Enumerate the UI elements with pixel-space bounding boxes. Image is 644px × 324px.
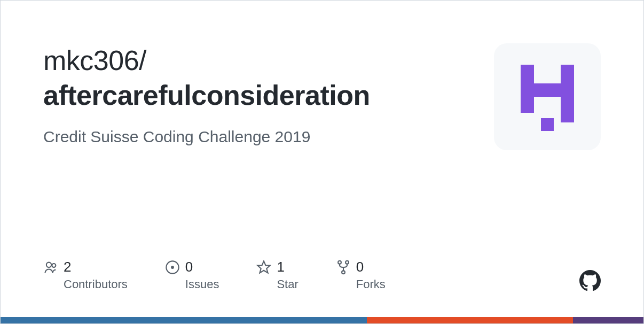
- language-segment-1: [1, 317, 367, 323]
- contributors-count: 2: [64, 259, 71, 275]
- repo-name[interactable]: aftercarefulconsideration: [43, 78, 473, 113]
- svg-rect-0: [521, 65, 534, 113]
- forks-label: Forks: [356, 277, 386, 291]
- repo-separator: /: [139, 45, 146, 76]
- contributors-icon: [43, 260, 58, 275]
- svg-point-12: [342, 271, 345, 274]
- svg-marker-9: [258, 261, 270, 273]
- issues-count: 0: [185, 259, 193, 275]
- star-icon: [256, 260, 271, 275]
- stat-issues[interactable]: 0 Issues: [165, 259, 219, 291]
- svg-rect-4: [541, 118, 554, 131]
- svg-point-5: [46, 262, 51, 267]
- stat-star[interactable]: 1 Star: [256, 259, 298, 291]
- svg-point-8: [171, 266, 174, 269]
- svg-point-6: [52, 264, 56, 267]
- github-logo-icon[interactable]: [579, 270, 601, 291]
- repo-title: mkc306/ aftercarefulconsideration: [43, 43, 473, 113]
- svg-rect-2: [534, 83, 561, 97]
- svg-point-10: [338, 260, 341, 264]
- language-segment-3: [573, 317, 643, 323]
- issues-label: Issues: [185, 277, 219, 291]
- svg-rect-3: [561, 113, 574, 122]
- stats-row: 2 Contributors 0 Issues 1 Star: [43, 259, 386, 291]
- star-count: 1: [277, 259, 284, 275]
- language-segment-2: [367, 317, 572, 323]
- issues-icon: [165, 260, 180, 275]
- stat-contributors[interactable]: 2 Contributors: [43, 259, 128, 291]
- forks-count: 0: [356, 259, 364, 275]
- repo-owner[interactable]: mkc306: [43, 45, 139, 76]
- language-color-bar: [1, 317, 643, 323]
- contributors-label: Contributors: [64, 277, 128, 291]
- stat-forks[interactable]: 0 Forks: [336, 259, 386, 291]
- svg-point-11: [345, 260, 349, 264]
- fork-icon: [336, 260, 351, 275]
- avatar-icon: [515, 59, 579, 134]
- repo-heading-section: mkc306/ aftercarefulconsideration Credit…: [43, 43, 473, 146]
- repo-description: Credit Suisse Coding Challenge 2019: [43, 128, 473, 146]
- repo-card-content: mkc306/ aftercarefulconsideration Credit…: [1, 1, 643, 150]
- star-label: Star: [277, 277, 298, 291]
- repo-avatar: [494, 43, 601, 150]
- svg-rect-1: [561, 65, 574, 113]
